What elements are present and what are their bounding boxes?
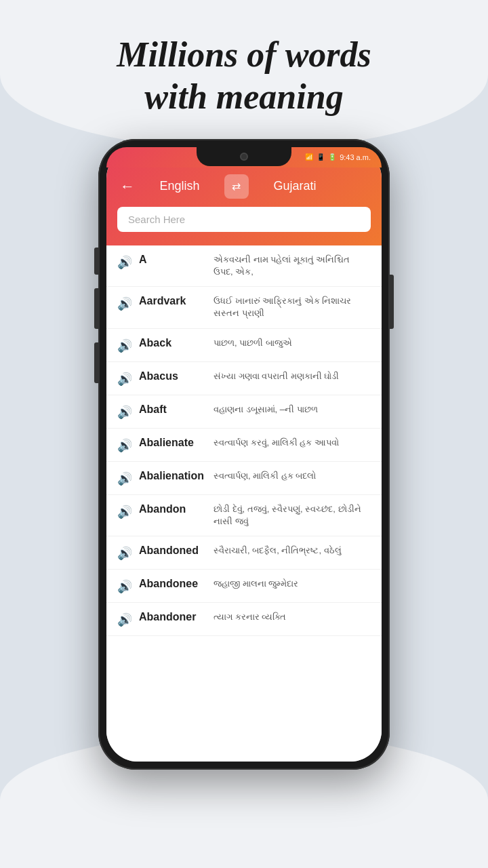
status-right: 📶 📱 🔋 9:43 a.m.	[305, 153, 371, 161]
word-english: Aback	[139, 337, 207, 349]
screen: 📶 📱 🔋 9:43 a.m. ← English ⇄ Gujarati Sea…	[106, 147, 382, 762]
word-gujarati: ત્યાગ કરનાર વ્યક્તિ	[214, 611, 371, 623]
speaker-icon[interactable]: 🔊	[117, 438, 132, 453]
heading-section: Millions of words with meaning	[117, 0, 371, 132]
speaker-icon[interactable]: 🔊	[117, 405, 132, 420]
word-english: Abandoned	[139, 545, 207, 557]
speaker-icon[interactable]: 🔊	[117, 372, 132, 387]
search-placeholder: Search Here	[128, 214, 185, 225]
language-from-label[interactable]: English	[159, 179, 199, 193]
speaker-icon[interactable]: 🔊	[117, 338, 132, 353]
word-gujarati: પાછળ, પાછળી બાજુએ	[214, 337, 371, 349]
word-english: Abandonee	[139, 578, 207, 590]
time-display: 9:43 a.m.	[340, 153, 371, 161]
list-item[interactable]: 🔊 Aback પાછળ, પાછળી બાજુએ	[106, 329, 382, 362]
word-english: Abandoner	[139, 611, 207, 623]
list-item[interactable]: 🔊 Abandonee જહાજી માલના જુમ્મેદાર	[106, 570, 382, 603]
word-gujarati: ઉધઈ ખાનારું આફ્રિકાનું એક નિશાચર સસ્તન પ…	[214, 295, 371, 319]
speaker-icon[interactable]: 🔊	[117, 296, 132, 311]
speaker-icon[interactable]: 🔊	[117, 471, 132, 486]
swap-languages-button[interactable]: ⇄	[224, 174, 249, 199]
list-item[interactable]: 🔊 Aardvark ઉધઈ ખાનારું આફ્રિકાનું એક નિશ…	[106, 287, 382, 328]
word-english: Abacus	[139, 370, 207, 382]
speaker-icon[interactable]: 🔊	[117, 505, 132, 519]
list-item[interactable]: 🔊 Abandoned સ્વૈરાચારી, બદફૈલ, નીતિભ્રષ્…	[106, 536, 382, 570]
word-english: Abandon	[139, 503, 207, 515]
volume-up-button	[94, 288, 98, 329]
list-item[interactable]: 🔊 Abandoner ત્યાગ કરનાર વ્યક્તિ	[106, 603, 382, 636]
search-bar[interactable]: Search Here	[117, 207, 371, 232]
list-item[interactable]: 🔊 A એકવચની નામ પહેલાં મૂકાતું અનિશ્ચિત ઉ…	[106, 245, 382, 287]
header-top: ← English ⇄ Gujarati	[106, 174, 382, 199]
heading-text: Millions of words with meaning	[117, 34, 371, 119]
power-button	[390, 275, 394, 329]
list-item[interactable]: 🔊 Abacus સંખ્યા ગણવા વપરાતી મણકાની ઘોડી	[106, 362, 382, 395]
back-button[interactable]: ←	[120, 178, 135, 195]
mute-button	[94, 248, 98, 275]
word-gujarati: છોડી દેવું, તજવું, સ્વૈરપણું, સ્વચ્છંદ, …	[214, 503, 371, 528]
word-english: Abalienate	[139, 437, 207, 449]
word-gujarati: વહાણના ડબૂસામાં, –ની પાછળ	[214, 403, 371, 416]
word-english: Abalienation	[139, 470, 207, 482]
list-item[interactable]: 🔊 Abalienate સ્વત્વાર્પણ કરવું, માલિકી હ…	[106, 429, 382, 462]
word-gujarati: સ્વત્વાર્પણ કરવું, માલિકી હક આપવો	[214, 437, 371, 449]
heading-line2: with meaning	[144, 77, 343, 116]
signal-icon: 📱	[317, 153, 325, 161]
word-gujarati: સંખ્યા ગણવા વપરાતી મણકાની ઘોડી	[214, 370, 371, 382]
word-gujarati: સ્વત્વાર્પણ, માલિકી હક બદલો	[214, 470, 371, 482]
phone-body: 📶 📱 🔋 9:43 a.m. ← English ⇄ Gujarati Sea…	[98, 139, 390, 770]
speaker-icon[interactable]: 🔊	[117, 546, 132, 561]
speaker-icon[interactable]: 🔊	[117, 255, 132, 270]
speaker-icon[interactable]: 🔊	[117, 579, 132, 594]
battery-icon: 🔋	[328, 153, 336, 161]
phone-notch	[197, 147, 291, 166]
word-gujarati: એકવચની નામ પહેલાં મૂકાતું અનિશ્ચિત ઉપદ, …	[214, 254, 371, 278]
wifi-icon: 📶	[305, 153, 313, 161]
phone-mockup: 📶 📱 🔋 9:43 a.m. ← English ⇄ Gujarati Sea…	[98, 139, 390, 770]
word-gujarati: જહાજી માલના જુમ્મેદાર	[214, 578, 371, 590]
heading-line1: Millions of words	[117, 35, 371, 74]
word-list: 🔊 A એકવચની નામ પહેલાં મૂકાતું અનિશ્ચિત ઉ…	[106, 245, 382, 762]
word-gujarati: સ્વૈરાચારી, બદફૈલ, નીતિભ્રષ્ટ, વઠેલું	[214, 545, 371, 557]
list-item[interactable]: 🔊 Abaft વહાણના ડબૂસામાં, –ની પાછળ	[106, 395, 382, 429]
list-item[interactable]: 🔊 Abandon છોડી દેવું, તજવું, સ્વૈરપણું, …	[106, 495, 382, 536]
camera	[240, 153, 248, 161]
word-english: Abaft	[139, 403, 207, 416]
word-english: A	[139, 254, 207, 266]
word-english: Aardvark	[139, 295, 207, 307]
speaker-icon[interactable]: 🔊	[117, 612, 132, 627]
list-item[interactable]: 🔊 Abalienation સ્વત્વાર્પણ, માલિકી હક બદ…	[106, 462, 382, 495]
language-to-label[interactable]: Gujarati	[273, 179, 316, 193]
volume-down-button	[94, 342, 98, 383]
